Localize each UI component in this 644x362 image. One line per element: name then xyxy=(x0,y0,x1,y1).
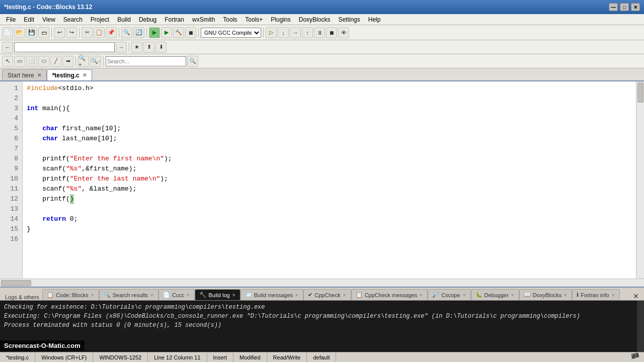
debug-next[interactable]: → xyxy=(290,27,301,38)
close-tab-testing[interactable]: ✕ xyxy=(83,72,87,78)
replace-button[interactable]: 🔄 xyxy=(133,27,144,38)
scroll-thumb[interactable] xyxy=(637,82,643,103)
btab-codeblocks-close[interactable]: ✕ xyxy=(91,293,95,298)
forward-button[interactable]: → xyxy=(116,42,127,53)
menu-fortran[interactable]: Fortran xyxy=(160,15,188,24)
menu-view[interactable]: View xyxy=(38,15,59,24)
location-bar[interactable] xyxy=(14,42,115,52)
toolbar-separator xyxy=(51,28,52,38)
menu-edit[interactable]: Edit xyxy=(20,15,38,24)
menu-settings[interactable]: Settings xyxy=(334,15,364,24)
editor-wrapper: 1234 5678 9101112 13141516 #include<stdi… xyxy=(0,81,644,287)
btab-cppchkmsg[interactable]: 📋 CppCheck messages ✕ xyxy=(351,289,428,300)
btab-cppcheck-close[interactable]: ✕ xyxy=(343,293,347,298)
save-button[interactable]: 💾 xyxy=(26,27,37,38)
compiler-select[interactable]: GNU GCC Compiler xyxy=(201,28,261,38)
arrow-tool[interactable]: ↖ xyxy=(2,56,13,67)
horizontal-scrollbar[interactable] xyxy=(0,279,644,287)
code-line-1: #include<stdio.h> xyxy=(27,83,632,94)
menu-build[interactable]: Build xyxy=(113,15,135,24)
build-button[interactable]: 🔨 xyxy=(173,27,184,38)
debug-step-out[interactable]: ↑ xyxy=(302,27,313,38)
bottom-vscroll[interactable] xyxy=(637,301,644,352)
line-tool[interactable]: ╱ xyxy=(50,56,61,67)
menu-wxsmith[interactable]: wxSmith xyxy=(188,15,219,24)
zoom-out[interactable]: 🔍- xyxy=(90,56,101,67)
btab-cscope-icon: 🔎 xyxy=(432,292,439,298)
btab-debugger[interactable]: 🐛 Debugger ✕ xyxy=(471,289,519,300)
save-all-button[interactable]: 🗃 xyxy=(38,27,49,38)
undo-button[interactable]: ↩ xyxy=(54,27,65,38)
watermark: Screencast-O-Matic.com xyxy=(0,340,85,351)
search-code-button[interactable]: 🔍 xyxy=(187,56,198,67)
debug-terminate[interactable]: ⏹ xyxy=(326,27,337,38)
btab-cppchkmsg-close[interactable]: ✕ xyxy=(419,293,423,298)
ellipse-tool[interactable]: ⬭ xyxy=(38,56,49,67)
next-bookmark[interactable]: ⬇ xyxy=(155,42,167,53)
menu-file[interactable]: File xyxy=(2,15,20,24)
btab-buildlog-close[interactable]: ✕ xyxy=(232,293,236,298)
debug-step[interactable]: ↓ xyxy=(278,27,289,38)
close-button[interactable]: ✕ xyxy=(631,3,640,11)
debug-button[interactable]: ▷ xyxy=(266,27,277,38)
menu-project[interactable]: Project xyxy=(87,15,113,24)
copy-button[interactable]: 📋 xyxy=(94,27,105,38)
btab-doxyblocks-close[interactable]: ✕ xyxy=(564,293,568,298)
btab-buildlog[interactable]: 🔨 Build log ✕ xyxy=(195,289,240,300)
menu-plugins[interactable]: Plugins xyxy=(267,15,294,24)
vertical-scrollbar[interactable] xyxy=(636,81,644,279)
maximize-button[interactable]: □ xyxy=(620,3,629,11)
search-code-input[interactable] xyxy=(106,56,186,66)
rect-tool[interactable]: ▭ xyxy=(14,56,25,67)
btab-cscope-close[interactable]: ✕ xyxy=(462,293,466,298)
btab-cscope[interactable]: 🔎 Cscope ✕ xyxy=(428,289,470,300)
menu-debug[interactable]: Debug xyxy=(135,15,160,24)
menu-doxyblocks[interactable]: DoxyBlocks xyxy=(295,15,335,24)
btab-cccc-close[interactable]: ✕ xyxy=(186,293,190,298)
zoom-in[interactable]: 🔍+ xyxy=(78,56,89,67)
h-scroll-thumb[interactable] xyxy=(1,280,31,286)
paste-button[interactable]: 📌 xyxy=(106,27,117,38)
btab-doxyblocks[interactable]: 📖 DoxyBlocks ✕ xyxy=(519,289,572,300)
bookmark-button[interactable]: ★ xyxy=(131,42,142,53)
btab-search[interactable]: 🔍 Search results ✕ xyxy=(99,289,158,300)
btab-cccc[interactable]: 📄 Cccc ✕ xyxy=(158,289,195,300)
code-line-5: char first_name[10]; xyxy=(27,124,632,134)
redo-button[interactable]: ↪ xyxy=(66,27,77,38)
close-tab-start[interactable]: ✕ xyxy=(37,72,41,78)
btab-codeblocks[interactable]: 📋 Code::Blocks ✕ xyxy=(42,289,99,300)
code-editor[interactable]: #include<stdio.h> int main(){ char first… xyxy=(23,81,636,279)
btab-codeblocks-icon: 📋 xyxy=(47,292,54,298)
run-button[interactable]: ▶ xyxy=(161,27,172,38)
btab-fortran-close[interactable]: ✕ xyxy=(611,293,615,298)
menu-help[interactable]: Help xyxy=(364,15,385,24)
btab-search-close[interactable]: ✕ xyxy=(150,293,154,298)
btab-buildmsg[interactable]: 📨 Build messages ✕ xyxy=(240,289,304,300)
btab-debugger-label: Debugger xyxy=(485,292,509,298)
arrow-shape[interactable]: ➡ xyxy=(62,56,73,67)
tab-start-here[interactable]: Start here ✕ xyxy=(2,69,47,80)
cut-button[interactable]: ✂ xyxy=(82,27,93,38)
menu-search[interactable]: Search xyxy=(59,15,87,24)
btab-cppcheck[interactable]: ✔ CppCheck ✕ xyxy=(303,289,351,300)
menu-tools[interactable]: Tools xyxy=(219,15,241,24)
logs-others-label: Logs & others xyxy=(2,294,42,300)
prev-bookmark[interactable]: ⬆ xyxy=(143,42,154,53)
bottom-panel-close[interactable]: ✕ xyxy=(630,292,642,300)
find-button[interactable]: 🔍 xyxy=(121,27,132,38)
menu-toolsplus[interactable]: Tools+ xyxy=(241,15,267,24)
stop-button[interactable]: ⏹ xyxy=(185,27,196,38)
build-run-button[interactable]: ▶ xyxy=(149,27,160,38)
rounded-rect[interactable]: ⬜ xyxy=(26,56,37,67)
minimize-button[interactable]: — xyxy=(609,3,618,11)
tab-testing-c[interactable]: *testing.c ✕ xyxy=(47,69,92,80)
back-button[interactable]: ← xyxy=(2,42,13,53)
btab-fortran[interactable]: ℹ Fortran info ✕ xyxy=(572,289,619,300)
open-button[interactable]: 📂 xyxy=(14,27,25,38)
debug-stop[interactable]: ⏸ xyxy=(314,27,325,38)
new-button[interactable]: 📄 xyxy=(2,27,13,38)
debug-watch[interactable]: 👁 xyxy=(338,27,349,38)
btab-buildmsg-close[interactable]: ✕ xyxy=(295,293,299,298)
btab-debugger-close[interactable]: ✕ xyxy=(511,293,515,298)
status-permissions-label: Read/Write xyxy=(273,354,301,360)
